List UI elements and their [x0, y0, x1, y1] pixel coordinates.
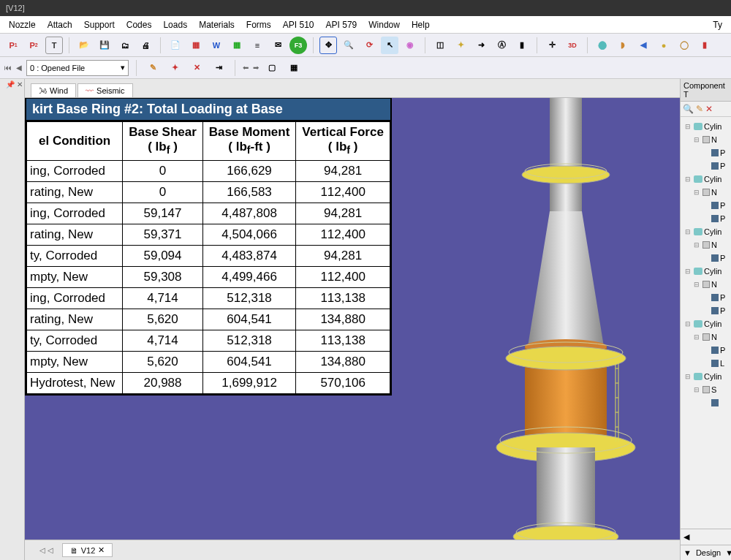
- pin-icon[interactable]: 📌 ✕: [6, 80, 23, 88]
- exit-icon[interactable]: ⇥: [210, 59, 227, 77]
- f3-icon[interactable]: F3: [289, 37, 307, 54]
- blank-icon[interactable]: ▢: [263, 59, 281, 77]
- menu-window[interactable]: Window: [363, 20, 406, 30]
- menu-api579[interactable]: API 579: [320, 20, 363, 30]
- tool-p1[interactable]: P1: [4, 37, 22, 54]
- bullets-icon[interactable]: ≡: [249, 37, 266, 54]
- tree-del-icon[interactable]: ✕: [705, 104, 713, 114]
- 3d-viewport[interactable]: kirt Base Ring #2: Total Loading at Base…: [25, 98, 680, 540]
- menu-materials[interactable]: Materials: [193, 20, 240, 30]
- tab-seismic[interactable]: 〰Seismic: [77, 83, 133, 97]
- ring-icon[interactable]: ◯: [675, 37, 693, 54]
- menu-support[interactable]: Support: [78, 20, 121, 30]
- pointer-icon[interactable]: ↖: [381, 37, 398, 54]
- tree-node[interactable]: P: [682, 251, 730, 265]
- tool-t[interactable]: T: [45, 37, 63, 54]
- mail-icon[interactable]: ✉: [269, 37, 287, 54]
- tree-node[interactable]: L: [682, 357, 730, 370]
- tree-node[interactable]: ⊟Cylin: [682, 317, 730, 330]
- file-dropdown[interactable]: 0 : Opened File▾: [26, 60, 129, 76]
- nav-first-icon[interactable]: ⏮: [4, 64, 12, 72]
- cell: 112,400: [296, 224, 390, 245]
- close-icon[interactable]: ✕: [98, 545, 105, 555]
- app-title: [V12]: [6, 4, 25, 12]
- color-icon[interactable]: ◉: [401, 37, 419, 54]
- refresh-icon[interactable]: ⟳: [360, 37, 378, 54]
- elbow-icon[interactable]: ◗: [614, 37, 632, 54]
- tree-node[interactable]: ⊟N: [682, 330, 730, 344]
- tree-node[interactable]: ⊟N: [682, 278, 730, 291]
- menu-nozzle[interactable]: Nozzle: [3, 20, 42, 30]
- tree-node[interactable]: P: [682, 304, 730, 317]
- delete-icon[interactable]: ✕: [188, 59, 205, 77]
- axes-icon[interactable]: ✛: [543, 37, 561, 54]
- tree-node[interactable]: ⊟N: [682, 238, 730, 251]
- menu-api510[interactable]: API 510: [277, 20, 320, 30]
- doc-icon[interactable]: 📄: [167, 37, 184, 54]
- menu-attach[interactable]: Attach: [42, 20, 78, 30]
- menu-codes[interactable]: Codes: [121, 20, 158, 30]
- footer-design[interactable]: Design: [696, 548, 721, 557]
- component-tree[interactable]: ⊟Cylin⊟NPP⊟Cylin⊟NPP⊟Cylin⊟NP⊟Cylin⊟NPP⊟…: [681, 117, 731, 529]
- table-row: ing, Corroded59,1474,487,80894,281: [27, 203, 390, 224]
- star-icon[interactable]: ✦: [452, 37, 469, 54]
- svg-rect-0: [550, 98, 582, 211]
- menu-forms[interactable]: Forms: [240, 20, 277, 30]
- flange-icon[interactable]: ▮: [696, 37, 713, 54]
- tree-search-icon[interactable]: 🔍: [683, 104, 694, 114]
- wind-icon: 🌬: [39, 86, 47, 95]
- nav-prev-icon[interactable]: ◀: [16, 64, 22, 72]
- tree-node[interactable]: ⊟Cylin: [682, 370, 730, 383]
- wand-icon[interactable]: ✦: [166, 59, 183, 77]
- tool-p2[interactable]: P2: [25, 37, 42, 54]
- tree-node[interactable]: ⊟Cylin: [682, 265, 730, 278]
- tree-node[interactable]: P: [682, 212, 730, 225]
- tree-node[interactable]: ⊟Cylin: [682, 120, 730, 133]
- tree-node[interactable]: [682, 396, 730, 409]
- tree-node[interactable]: P: [682, 159, 730, 173]
- pdf-icon[interactable]: ▦: [187, 37, 205, 54]
- cone-icon[interactable]: ◀: [635, 37, 652, 54]
- tree-node[interactable]: P: [682, 146, 730, 159]
- tree-node[interactable]: P: [682, 291, 730, 304]
- menu-loads[interactable]: Loads: [157, 20, 193, 30]
- cell: 512,318: [202, 287, 296, 309]
- zoom-icon[interactable]: 🔍: [340, 37, 357, 54]
- saveall-icon[interactable]: 🗂: [116, 37, 134, 54]
- scroll-left-icon[interactable]: ◀: [683, 532, 689, 542]
- tree-node[interactable]: P: [682, 344, 730, 357]
- cap-icon[interactable]: ●: [655, 37, 673, 54]
- cyl-icon: [694, 373, 702, 380]
- tree-node[interactable]: ⊟N: [682, 133, 730, 146]
- tree-node[interactable]: P: [682, 199, 730, 212]
- tab-nav-left-icon[interactable]: ◁ ◁: [39, 546, 53, 554]
- bottom-tabstrip: ◁ ◁ 🗎V12 ✕: [25, 540, 680, 560]
- rect-icon[interactable]: ▮: [513, 37, 531, 54]
- col-header: Base Moment( lbf-ft ): [202, 122, 296, 161]
- cylinder-icon[interactable]: ⬤: [594, 37, 611, 54]
- arrow-icon[interactable]: ➜: [472, 37, 490, 54]
- cube-icon[interactable]: ◫: [431, 37, 449, 54]
- calc-icon[interactable]: ▦: [285, 59, 303, 77]
- doc-tab[interactable]: 🗎V12 ✕: [62, 543, 113, 557]
- tab-wind[interactable]: 🌬Wind: [31, 83, 76, 97]
- excel-icon[interactable]: ▦: [228, 37, 246, 54]
- tree-node[interactable]: ⊟Cylin: [682, 173, 730, 186]
- menu-help[interactable]: Help: [406, 20, 436, 30]
- move-icon[interactable]: ✥: [319, 37, 337, 54]
- tree-node[interactable]: ⊟N: [682, 186, 730, 199]
- print-icon[interactable]: 🖨: [137, 37, 154, 54]
- svg-point-10: [513, 526, 618, 540]
- cell: 134,880: [296, 309, 390, 330]
- open-icon[interactable]: 📂: [75, 37, 93, 54]
- save-icon[interactable]: 💾: [96, 37, 113, 54]
- 3d-icon[interactable]: 3D: [564, 37, 581, 54]
- edit-icon[interactable]: ✎: [144, 59, 162, 77]
- tree-node[interactable]: ⊟Cylin: [682, 225, 730, 238]
- tree-edit-icon[interactable]: ✎: [696, 104, 703, 114]
- fwd-icon[interactable]: ➡: [253, 64, 259, 72]
- tree-node[interactable]: ⊟S: [682, 383, 730, 396]
- a-icon[interactable]: Ⓐ: [493, 37, 510, 54]
- back-icon[interactable]: ⬅: [243, 64, 249, 72]
- word-icon[interactable]: W: [208, 37, 225, 54]
